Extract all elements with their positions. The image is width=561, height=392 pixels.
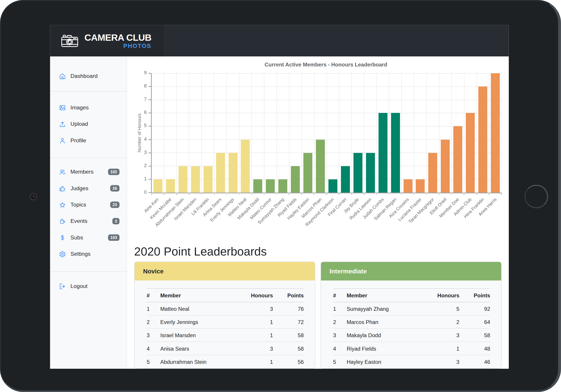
- gridline: [389, 73, 389, 192]
- gridline: [401, 73, 402, 192]
- sidebar-item-logout[interactable]: Logout: [50, 278, 127, 294]
- sidebar-item-label: Profile: [71, 137, 86, 144]
- sidebar-item-dashboard[interactable]: Dashboard: [50, 68, 127, 84]
- member-name-cell: Israel Marsden: [160, 329, 230, 342]
- table-row: 5Hayley Easton346: [333, 355, 490, 368]
- sidebar-item-judges[interactable]: Judges26: [50, 180, 127, 196]
- home-button[interactable]: [525, 185, 548, 208]
- table-row: 4Anisa Sears358: [147, 342, 304, 355]
- x-tick: [439, 193, 439, 195]
- sidebar-item-label: Members: [71, 169, 94, 175]
- person-icon: [59, 137, 66, 144]
- table-header-row: #MemberHonoursPoints: [147, 289, 304, 302]
- bar-matteo-neal: [241, 140, 250, 193]
- column-header-honours: Honours: [417, 289, 460, 302]
- x-tick: [251, 193, 252, 195]
- camera-icon: [61, 33, 79, 48]
- sidebar-item-label: Subs: [71, 235, 83, 241]
- novice-card-header: Novice: [134, 262, 315, 281]
- chart-title: Current Active Members - Honours Leaderb…: [151, 62, 501, 68]
- gridline: [189, 73, 190, 192]
- sidebar-item-label: Judges: [71, 185, 88, 192]
- x-tick: [239, 193, 239, 195]
- honours-bar-chart: Current Active Members - Honours Leaderb…: [129, 61, 509, 237]
- intermediate-table: #MemberHonoursPoints 1Sumayyah Zhang5922…: [333, 289, 490, 369]
- y-tick: [149, 73, 151, 74]
- x-tick: [376, 193, 377, 195]
- app-screen: CAMERA CLUB PHOTOS DashboardImagesUpload…: [50, 25, 509, 369]
- column-header-member: Member: [160, 289, 230, 302]
- honours-cell: 2: [417, 315, 460, 329]
- sidebar-item-label: Logout: [71, 283, 88, 289]
- bar-salman-regan: [391, 113, 400, 193]
- bar-judah-combs: [378, 113, 387, 193]
- column-header-rank: #: [147, 289, 161, 302]
- x-tick: [301, 193, 302, 195]
- gridline: [227, 73, 227, 192]
- x-tick: [339, 193, 339, 195]
- bar-abdurrahman-stein: [179, 166, 187, 193]
- tablet-frame: CAMERA CLUB PHOTOS DashboardImagesUpload…: [0, 0, 561, 392]
- page: CAMERA CLUB PHOTOS DashboardImagesUpload…: [0, 0, 561, 392]
- gridline: [339, 73, 339, 192]
- y-tick-label: 9: [134, 70, 147, 75]
- points-cell: 64: [459, 315, 490, 329]
- thumbs-up-icon: [59, 185, 66, 192]
- y-tick: [149, 99, 151, 100]
- gridline: [426, 73, 427, 192]
- rank-cell: 1: [333, 302, 347, 315]
- count-badge: 102: [108, 169, 120, 175]
- gridline: [452, 73, 452, 192]
- honours-cell: 3: [417, 329, 460, 342]
- member-name-cell: Everly Jennings: [160, 315, 230, 329]
- gridline: [201, 73, 202, 192]
- sidebar-item-label: Settings: [71, 251, 90, 257]
- bar-rudra-lawson: [366, 153, 375, 193]
- gridline: [376, 73, 377, 192]
- sidebar-item-profile[interactable]: Profile: [50, 132, 127, 149]
- points-cell: 48: [459, 342, 490, 355]
- sidebar-item-events[interactable]: Events3: [50, 213, 127, 229]
- bar-israel-marsden: [191, 166, 200, 193]
- y-tick-label: 4: [134, 136, 147, 142]
- rank-cell: 1: [147, 302, 161, 315]
- sidebar-item-images[interactable]: Images: [50, 99, 127, 116]
- bar-makayla-dodd: [253, 179, 262, 192]
- sidebar-item-upload[interactable]: Upload: [50, 116, 127, 132]
- member-name-cell: Anisa Sears: [160, 342, 230, 355]
- people-icon: [59, 168, 66, 175]
- x-tick: [489, 193, 489, 195]
- bar-aine-kerr: [153, 179, 162, 192]
- table-row: 2Marcos Phan264: [333, 315, 490, 329]
- gridline: [239, 73, 239, 192]
- gridline: [364, 73, 364, 192]
- sidebar-item-members[interactable]: Members102: [50, 164, 127, 180]
- bar-lili-franklin: [204, 166, 212, 193]
- sidebar-item-label: Images: [71, 104, 89, 111]
- x-tick: [314, 193, 314, 195]
- x-tick: [452, 193, 452, 195]
- app-logo[interactable]: CAMERA CLUB PHOTOS: [50, 25, 165, 57]
- gridline: [352, 73, 352, 192]
- gridline: [326, 73, 327, 192]
- y-tick: [149, 139, 151, 140]
- points-cell: 76: [273, 302, 303, 315]
- points-cell: 58: [273, 329, 303, 342]
- x-tick: [189, 193, 189, 195]
- sidebar-item-topics[interactable]: Topics23: [50, 196, 127, 213]
- sidebar-item-label: Dashboard: [71, 73, 98, 79]
- member-name-cell: Sumayyah Zhang: [346, 302, 416, 315]
- member-name-cell: Abdurrahman Stein: [160, 355, 230, 368]
- rank-cell: 5: [333, 355, 347, 368]
- y-tick: [149, 126, 151, 127]
- y-tick-label: 6: [134, 110, 147, 115]
- x-tick: [389, 193, 389, 195]
- x-tick: [414, 193, 414, 195]
- rank-cell: 4: [147, 342, 161, 355]
- sidebar-item-settings[interactable]: Settings: [50, 246, 127, 262]
- table-row: 5Abdurrahman Stein156: [147, 355, 304, 368]
- gridline: [489, 73, 489, 192]
- gridline: [314, 73, 314, 192]
- member-name-cell: Marcos Phan: [346, 315, 416, 329]
- rank-cell: 2: [147, 315, 161, 329]
